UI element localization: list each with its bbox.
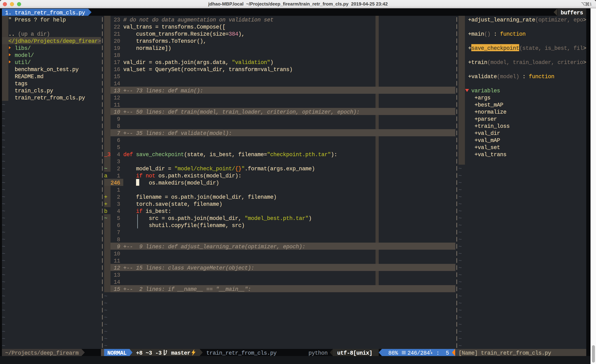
svg-text:1: 1 [590, 2, 592, 6]
